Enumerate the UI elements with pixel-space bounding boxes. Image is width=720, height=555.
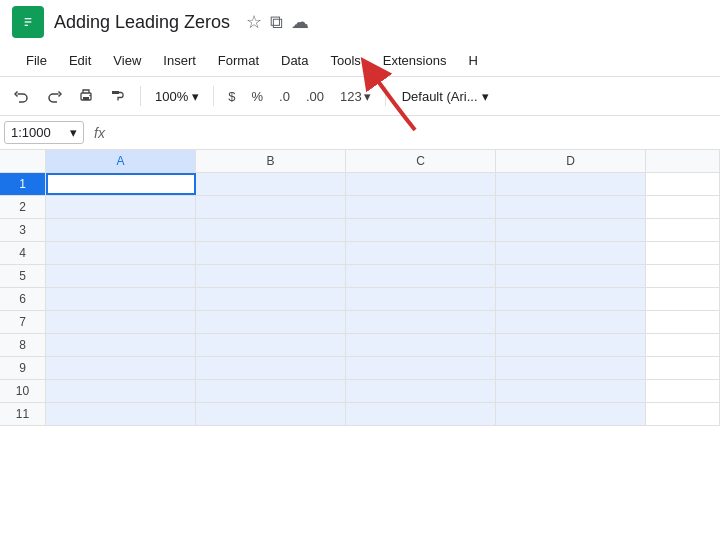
- cell-e7[interactable]: [646, 311, 720, 333]
- menu-edit[interactable]: Edit: [59, 49, 101, 72]
- cell-a11[interactable]: [46, 403, 196, 425]
- row-header-10[interactable]: 10: [0, 380, 46, 402]
- col-header-b[interactable]: B: [196, 150, 346, 172]
- percent-button[interactable]: %: [245, 87, 269, 106]
- cell-d11[interactable]: [496, 403, 646, 425]
- row-header-2[interactable]: 2: [0, 196, 46, 218]
- cell-a5[interactable]: [46, 265, 196, 287]
- cell-b3[interactable]: [196, 219, 346, 241]
- cell-e11[interactable]: [646, 403, 720, 425]
- cell-a2[interactable]: [46, 196, 196, 218]
- col-header-a[interactable]: A: [46, 150, 196, 172]
- cell-c5[interactable]: [346, 265, 496, 287]
- cell-b11[interactable]: [196, 403, 346, 425]
- row-header-3[interactable]: 3: [0, 219, 46, 241]
- cell-e3[interactable]: [646, 219, 720, 241]
- table-row: 10: [0, 380, 720, 403]
- row-header-11[interactable]: 11: [0, 403, 46, 425]
- menu-more[interactable]: H: [458, 49, 487, 72]
- row-header-1[interactable]: 1: [0, 173, 46, 195]
- cell-b1[interactable]: [196, 173, 346, 195]
- col-header-c[interactable]: C: [346, 150, 496, 172]
- cell-e8[interactable]: [646, 334, 720, 356]
- menu-file[interactable]: File: [16, 49, 57, 72]
- cell-d3[interactable]: [496, 219, 646, 241]
- cloud-icon[interactable]: ☁: [291, 11, 309, 33]
- cell-b9[interactable]: [196, 357, 346, 379]
- fx-label: fx: [84, 125, 115, 141]
- cell-d7[interactable]: [496, 311, 646, 333]
- menu-extensions[interactable]: Extensions: [373, 49, 457, 72]
- redo-button[interactable]: [40, 82, 68, 110]
- cell-d10[interactable]: [496, 380, 646, 402]
- cell-d2[interactable]: [496, 196, 646, 218]
- cell-c2[interactable]: [346, 196, 496, 218]
- cell-d5[interactable]: [496, 265, 646, 287]
- cell-e10[interactable]: [646, 380, 720, 402]
- cell-e9[interactable]: [646, 357, 720, 379]
- cell-reference-box[interactable]: 1:1000 ▾: [4, 121, 84, 144]
- cell-d8[interactable]: [496, 334, 646, 356]
- table-row: 2: [0, 196, 720, 219]
- cell-d4[interactable]: [496, 242, 646, 264]
- cell-a8[interactable]: [46, 334, 196, 356]
- cell-c7[interactable]: [346, 311, 496, 333]
- undo-button[interactable]: [8, 82, 36, 110]
- cell-b8[interactable]: [196, 334, 346, 356]
- menu-insert[interactable]: Insert: [153, 49, 206, 72]
- cell-b2[interactable]: [196, 196, 346, 218]
- cell-e2[interactable]: [646, 196, 720, 218]
- paint-format-button[interactable]: [104, 82, 132, 110]
- cell-a9[interactable]: [46, 357, 196, 379]
- col-header-d[interactable]: D: [496, 150, 646, 172]
- cell-a3[interactable]: [46, 219, 196, 241]
- cell-c4[interactable]: [346, 242, 496, 264]
- row-header-6[interactable]: 6: [0, 288, 46, 310]
- row-header-4[interactable]: 4: [0, 242, 46, 264]
- cell-c10[interactable]: [346, 380, 496, 402]
- cell-a4[interactable]: [46, 242, 196, 264]
- cell-e6[interactable]: [646, 288, 720, 310]
- menu-tools[interactable]: Tools: [320, 49, 370, 72]
- cell-a10[interactable]: [46, 380, 196, 402]
- menu-view[interactable]: View: [103, 49, 151, 72]
- cell-e4[interactable]: [646, 242, 720, 264]
- cell-c8[interactable]: [346, 334, 496, 356]
- cell-ref-arrow: ▾: [70, 125, 77, 140]
- cell-a7[interactable]: [46, 311, 196, 333]
- cell-a6[interactable]: [46, 288, 196, 310]
- cell-c3[interactable]: [346, 219, 496, 241]
- currency-button[interactable]: $: [222, 87, 241, 106]
- bookmark-icon[interactable]: ☆: [246, 11, 262, 33]
- present-icon[interactable]: ⧉: [270, 12, 283, 33]
- cell-b4[interactable]: [196, 242, 346, 264]
- decimal-increase-button[interactable]: .00: [300, 87, 330, 106]
- row-header-9[interactable]: 9: [0, 357, 46, 379]
- zoom-selector[interactable]: 100% ▾: [149, 87, 205, 106]
- cell-d6[interactable]: [496, 288, 646, 310]
- cell-b7[interactable]: [196, 311, 346, 333]
- col-header-more[interactable]: [646, 150, 720, 172]
- cell-c11[interactable]: [346, 403, 496, 425]
- cell-e1[interactable]: [646, 173, 720, 195]
- row-header-7[interactable]: 7: [0, 311, 46, 333]
- formula-input[interactable]: [115, 125, 716, 140]
- cell-d1[interactable]: [496, 173, 646, 195]
- cell-c1[interactable]: [346, 173, 496, 195]
- cell-e5[interactable]: [646, 265, 720, 287]
- cell-a1[interactable]: [46, 173, 196, 195]
- row-header-8[interactable]: 8: [0, 334, 46, 356]
- row-header-5[interactable]: 5: [0, 265, 46, 287]
- cell-c6[interactable]: [346, 288, 496, 310]
- cell-b10[interactable]: [196, 380, 346, 402]
- cell-c9[interactable]: [346, 357, 496, 379]
- decimal-decrease-button[interactable]: .0: [273, 87, 296, 106]
- cell-d9[interactable]: [496, 357, 646, 379]
- menu-data[interactable]: Data: [271, 49, 318, 72]
- cell-b6[interactable]: [196, 288, 346, 310]
- menu-format[interactable]: Format: [208, 49, 269, 72]
- print-button[interactable]: [72, 82, 100, 110]
- font-selector[interactable]: Default (Ari... ▾: [394, 87, 497, 106]
- cell-b5[interactable]: [196, 265, 346, 287]
- more-formats-button[interactable]: 123 ▾: [334, 87, 377, 106]
